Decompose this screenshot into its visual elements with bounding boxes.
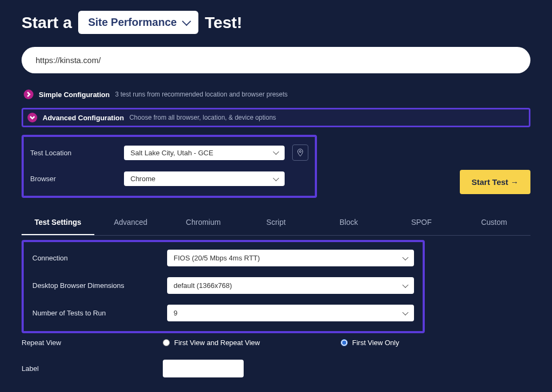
- tab-script[interactable]: Script: [240, 210, 313, 235]
- runs-label: Number of Tests to Run: [32, 309, 167, 317]
- repeat-view-label: Repeat View: [22, 339, 163, 347]
- connection-label: Connection: [32, 254, 167, 262]
- test-settings-panel: Connection FIOS (20/5 Mbps 4ms RTT) Desk…: [22, 240, 425, 333]
- simple-config-desc: 3 test runs from recommended location an…: [115, 91, 287, 98]
- test-type-value: Site Performance: [88, 16, 177, 28]
- test-location-select[interactable]: Salt Lake City, Utah - GCE: [124, 146, 285, 160]
- header-suffix: Test!: [205, 13, 242, 32]
- test-type-select[interactable]: Site Performance: [78, 11, 198, 34]
- advanced-config-toggle[interactable]: Advanced Configuration Choose from all b…: [22, 108, 530, 127]
- repeat-view-option-1[interactable]: First View and Repeat View: [163, 339, 260, 347]
- label-row: Label: [22, 360, 530, 377]
- repeat-view-option-2[interactable]: First View Only: [341, 339, 399, 347]
- tab-spof[interactable]: SPOF: [385, 210, 458, 235]
- runs-select[interactable]: 9: [167, 305, 414, 321]
- dimensions-select[interactable]: default (1366x768): [167, 277, 414, 294]
- tab-chromium[interactable]: Chromium: [167, 210, 240, 235]
- simple-config-title: Simple Configuration: [39, 91, 109, 99]
- map-pin-icon: [296, 148, 305, 157]
- advanced-config-title: Advanced Configuration: [43, 114, 124, 122]
- page-header: Start a Site Performance Test!: [22, 11, 530, 34]
- chevron-right-icon: [24, 90, 33, 99]
- map-button[interactable]: [292, 145, 308, 161]
- radio-first-and-repeat[interactable]: [163, 339, 170, 346]
- header-prefix: Start a: [22, 13, 72, 32]
- advanced-config-desc: Choose from all browser, location, & dev…: [129, 114, 276, 121]
- tab-block[interactable]: Block: [312, 210, 385, 235]
- tab-custom[interactable]: Custom: [458, 210, 530, 235]
- chevron-down-icon: [27, 113, 37, 122]
- dimensions-label: Desktop Browser Dimensions: [32, 281, 167, 290]
- start-test-button[interactable]: Start Test →: [460, 170, 530, 194]
- repeat-view-row: Repeat View First View and Repeat View F…: [22, 339, 530, 347]
- tab-advanced[interactable]: Advanced: [94, 210, 167, 235]
- label-input[interactable]: [163, 360, 244, 377]
- label-field-label: Label: [22, 365, 163, 373]
- browser-label: Browser: [30, 175, 116, 183]
- connection-select[interactable]: FIOS (20/5 Mbps 4ms RTT): [167, 250, 414, 266]
- tab-test-settings[interactable]: Test Settings: [22, 210, 94, 235]
- simple-config-toggle[interactable]: Simple Configuration 3 test runs from re…: [22, 86, 530, 102]
- radio-first-only[interactable]: [341, 339, 348, 346]
- url-input[interactable]: [22, 47, 530, 73]
- svg-point-0: [299, 150, 301, 152]
- test-location-label: Test Location: [30, 149, 116, 157]
- browser-select[interactable]: Chrome: [124, 171, 285, 186]
- settings-tabs: Test Settings Advanced Chromium Script B…: [22, 210, 530, 236]
